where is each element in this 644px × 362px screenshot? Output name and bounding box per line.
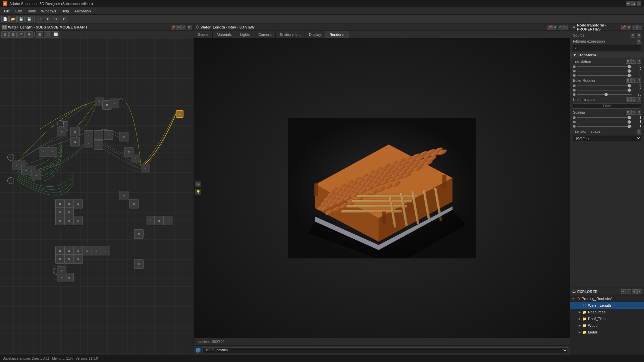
slider-track[interactable] (577, 122, 632, 122)
ng-tool-5[interactable]: ⊞ (36, 31, 43, 38)
slider-thumb[interactable] (628, 65, 631, 68)
graph-node[interactable]: N (55, 246, 65, 255)
slider-track[interactable] (577, 85, 632, 86)
graph-node[interactable]: N (84, 130, 93, 140)
save-all-button[interactable]: 💾 (25, 16, 33, 22)
expand-view-icon[interactable]: ⤢ (558, 25, 562, 29)
tab-renderer[interactable]: Renderer (325, 31, 349, 38)
graph-node[interactable]: N (110, 99, 119, 108)
translation-icon-2[interactable]: ⧉ (631, 59, 636, 64)
graph-node[interactable]: N (64, 207, 74, 217)
filtering-input[interactable] (573, 45, 641, 51)
graph-node[interactable]: N (119, 191, 128, 200)
graph-node[interactable]: N (104, 130, 113, 140)
scaling-icon-2[interactable]: ⧉ (631, 110, 636, 115)
scaling-icon-1[interactable]: ⊞ (626, 110, 631, 115)
graph-node[interactable]: N (134, 229, 144, 239)
explorer-item-pruning-roof[interactable]: ▼ ⬡ Pruning_Roof.sbs* (570, 295, 644, 302)
save-button[interactable]: 💾 (17, 16, 25, 22)
uniform-scale-value[interactable]: False (573, 103, 641, 109)
translation-icon-1[interactable]: ⊞ (626, 59, 631, 64)
slider-thumb[interactable] (628, 69, 631, 73)
graph-node[interactable]: N (94, 140, 103, 150)
euler-icon-3[interactable]: ↺ (637, 78, 641, 83)
tab-lights[interactable]: Lights (236, 31, 254, 38)
explorer-item-water-length[interactable]: ⬡ Water_Length (570, 302, 644, 309)
graph-node[interactable]: N (141, 164, 150, 173)
slider-thumb[interactable] (628, 88, 631, 92)
slider-thumb[interactable] (628, 74, 631, 77)
graph-node[interactable]: N (146, 216, 155, 225)
graph-node[interactable]: N (92, 246, 101, 255)
menu-file[interactable]: File (1, 7, 13, 14)
graph-node[interactable]: N (64, 246, 74, 255)
transform-section[interactable]: ▼ Transform (570, 52, 644, 58)
menu-windows[interactable]: Windows (38, 7, 59, 14)
ng-tool-3[interactable]: ↺ (17, 31, 25, 38)
slider-thumb[interactable] (628, 84, 631, 87)
pin-view-icon[interactable]: 📌 (547, 25, 552, 29)
graph-node[interactable]: N (73, 246, 83, 255)
explorer-item-wood[interactable]: ▶ 📁 Wood (570, 322, 644, 329)
tree-collapse-arrow[interactable]: ▶ (578, 330, 581, 334)
graph-node[interactable]: N (101, 246, 110, 255)
euler-icon-2[interactable]: ⧉ (631, 78, 636, 83)
graph-node[interactable]: N (64, 216, 74, 225)
explorer-settings-icon[interactable]: ⚙ (632, 289, 637, 294)
circle-node-2[interactable] (7, 177, 14, 184)
tab-camera[interactable]: Camera (254, 31, 276, 38)
redo-button[interactable]: ↪ (52, 16, 59, 22)
graph-node[interactable]: N (73, 216, 83, 225)
transform-space-expand[interactable]: ⊕ (637, 129, 641, 134)
close-explorer-icon[interactable]: ✕ (637, 289, 642, 294)
tab-scene[interactable]: Scene (194, 31, 213, 38)
float-props-icon[interactable]: ⧉ (627, 25, 631, 29)
explorer-new-icon[interactable]: + (621, 289, 626, 294)
explorer-item-resources[interactable]: ▶ 📁 Resources (570, 309, 644, 315)
close-panel-icon[interactable]: ✕ (187, 25, 192, 29)
new-button[interactable]: 📄 (1, 16, 9, 22)
graph-node[interactable]: N (94, 130, 103, 140)
camera-icon[interactable]: 📷 (195, 181, 201, 187)
tree-expand-arrow[interactable]: ▼ (572, 297, 575, 300)
slider-thumb[interactable] (628, 116, 631, 119)
output-node[interactable]: ● (176, 110, 183, 118)
expand-icon[interactable]: ⤢ (181, 25, 186, 29)
graph-node[interactable]: N (39, 147, 48, 157)
explorer-item-metal[interactable]: ▶ 📁 Metal (570, 329, 644, 336)
slider-thumb[interactable] (628, 125, 631, 128)
circle-node-1[interactable] (7, 154, 14, 161)
menu-tools[interactable]: Tools (24, 7, 39, 14)
graph-node[interactable]: N (154, 216, 164, 225)
float-view-icon[interactable]: ⧉ (552, 25, 557, 29)
graph-node[interactable]: N (55, 199, 65, 208)
graph-node[interactable]: N (134, 259, 144, 269)
graph-node[interactable]: N (73, 254, 83, 264)
filtering-expand-icon[interactable]: ⊕ (637, 39, 641, 44)
uniform-icon-1[interactable]: ⊞ (626, 97, 631, 102)
tab-display[interactable]: Display (305, 31, 325, 38)
open-button[interactable]: 📂 (9, 16, 17, 22)
ng-tool-6[interactable]: ⬛ (44, 31, 51, 38)
ng-tool-7[interactable]: ⬜ (52, 31, 59, 38)
close-button[interactable]: ✕ (637, 1, 641, 6)
expand-props-icon[interactable]: ⤢ (632, 25, 637, 29)
redo-dropdown[interactable]: ▼ (60, 16, 67, 22)
node-graph-canvas[interactable]: N N N N N N N N N N N N N N N N N N N (0, 38, 194, 355)
graph-node[interactable]: N (83, 246, 92, 255)
light-icon[interactable]: 💡 (195, 189, 201, 195)
graph-node[interactable]: N (73, 199, 83, 208)
tree-collapse-arrow[interactable]: ▶ (578, 317, 581, 320)
graph-node[interactable]: N (84, 139, 93, 148)
graph-node[interactable]: N (70, 137, 80, 146)
pin-props-icon[interactable]: 📌 (621, 25, 626, 29)
graph-node[interactable]: N (119, 132, 128, 141)
slider-thumb[interactable] (604, 93, 608, 96)
scaling-icon-3[interactable]: ↺ (637, 110, 641, 115)
menu-animation[interactable]: Animation (72, 7, 94, 14)
undo-dropdown[interactable]: ▼ (44, 16, 51, 22)
slider-track[interactable] (577, 94, 632, 95)
graph-node[interactable]: N (131, 154, 140, 163)
graph-node[interactable]: N (129, 199, 139, 208)
source-icon-2[interactable]: ⧉ (637, 33, 641, 38)
